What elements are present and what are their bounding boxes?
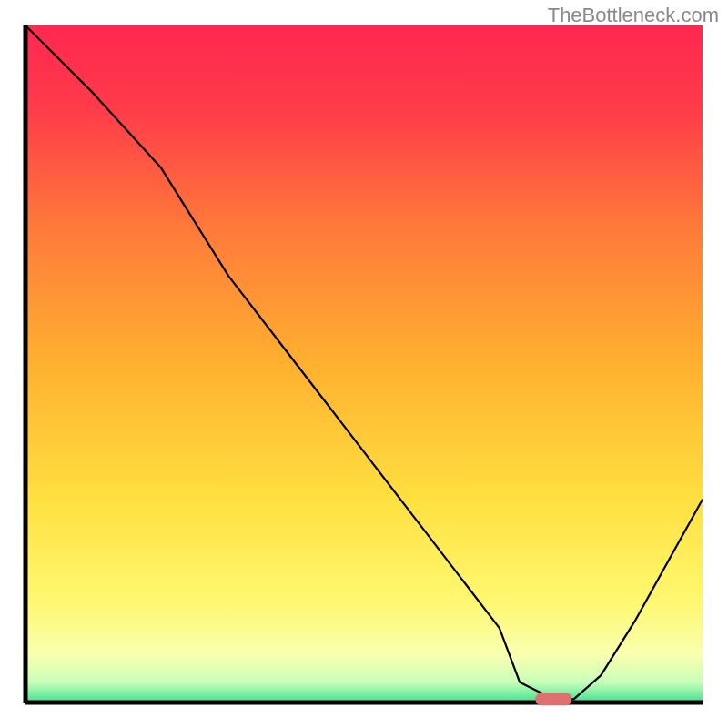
svg-rect-0 <box>25 25 703 703</box>
watermark-text: TheBottleneck.com <box>548 4 719 27</box>
bottleneck-chart <box>0 0 728 728</box>
chart-container <box>0 0 728 728</box>
svg-rect-3 <box>535 693 571 705</box>
